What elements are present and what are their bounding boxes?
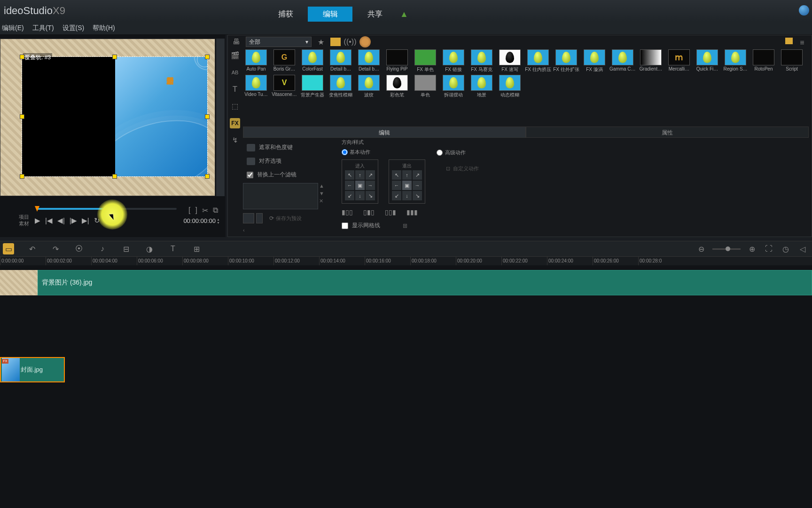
effect-item[interactable]: 彩色笔: [384, 75, 410, 98]
tab-capture[interactable]: 捕获: [263, 7, 308, 22]
effect-item[interactable]: Quick Fi…: [694, 49, 720, 73]
effect-item[interactable]: VVitascene…: [271, 75, 297, 98]
mask-icon[interactable]: [247, 144, 255, 151]
prev-frame-icon[interactable]: ◀|: [57, 216, 65, 225]
mark-in-icon[interactable]: [: [188, 206, 190, 215]
cut-icon[interactable]: ✂: [202, 206, 208, 215]
tab-share[interactable]: 共享: [352, 7, 397, 22]
record-icon[interactable]: ⦿: [73, 243, 85, 254]
effect-item[interactable]: 拆谐摆动: [440, 75, 467, 98]
menu-tools[interactable]: 工具(T): [32, 24, 54, 32]
radio-advanced[interactable]: 高级动作: [437, 149, 466, 156]
effect-item[interactable]: 波纹: [356, 75, 382, 98]
category-dropdown[interactable]: 全部▾: [246, 37, 312, 47]
swatch-1[interactable]: [243, 213, 254, 223]
effect-item[interactable]: 地景: [468, 75, 495, 98]
effect-item[interactable]: Flying PiP: [384, 49, 410, 73]
effect-item[interactable]: FX 往内挤压: [525, 49, 551, 73]
effect-item[interactable]: FX 马赛克: [468, 49, 495, 73]
next-frame-icon[interactable]: |▶: [70, 216, 77, 225]
sidebar-media-icon[interactable]: 🎬: [230, 50, 240, 61]
selection-box[interactable]: [22, 56, 208, 177]
prop-tab-attr[interactable]: 属性: [526, 127, 809, 138]
view-list-icon[interactable]: ≡: [796, 38, 808, 48]
zoom-slider[interactable]: [712, 248, 741, 250]
volume-icon[interactable]: 🔊: [105, 216, 114, 225]
globe-icon[interactable]: [799, 5, 809, 16]
chapter-icon[interactable]: ⊟: [120, 243, 132, 254]
effect-item[interactable]: FX 往外扩张: [553, 49, 579, 73]
sound-icon[interactable]: ((•)): [344, 37, 356, 47]
align-label[interactable]: 对齐选项: [259, 157, 281, 165]
list-down-icon[interactable]: ▼: [319, 190, 327, 196]
effect-item[interactable]: Detail b…: [328, 49, 354, 73]
effect-item[interactable]: Region S…: [722, 49, 749, 73]
undo-icon[interactable]: ↶: [26, 243, 38, 254]
effect-item[interactable]: ColorFast: [299, 49, 326, 73]
list-up-icon[interactable]: ▲: [319, 183, 327, 189]
favorite-icon[interactable]: ★: [315, 37, 327, 47]
preview-mode[interactable]: 项目 素材: [19, 214, 29, 227]
scrubber-track[interactable]: [37, 208, 177, 210]
effect-item[interactable]: 动态模糊: [497, 75, 523, 98]
effect-item[interactable]: Gamma Co…: [609, 49, 636, 73]
play-icon[interactable]: ▶: [35, 216, 40, 225]
preview-canvas[interactable]: 老萧摄影相册 覆叠轨. #3: [0, 39, 215, 196]
grid-icon[interactable]: ⊞: [191, 243, 202, 254]
effect-item[interactable]: 变焦性模糊: [328, 75, 354, 98]
sidebar-overlay-icon[interactable]: ⬚: [230, 101, 240, 111]
effect-item[interactable]: 单色: [412, 75, 438, 98]
mask-label[interactable]: 遮罩和色度键: [259, 143, 293, 151]
folder-icon[interactable]: [330, 38, 341, 46]
effect-item[interactable]: GBoris Gr…: [271, 49, 297, 73]
audio-icon[interactable]: ♪: [97, 243, 108, 254]
video-track-head[interactable]: [0, 270, 38, 295]
clip-cover[interactable]: FX 封面.jpg: [0, 357, 65, 382]
effect-item[interactable]: Detail b…: [356, 49, 382, 73]
prop-tab-edit[interactable]: 编辑: [243, 127, 526, 138]
start-icon[interactable]: |◀: [45, 216, 53, 225]
effect-item[interactable]: FX 链接: [440, 49, 467, 73]
effect-item[interactable]: FX 速写: [497, 49, 523, 73]
time-ruler[interactable]: 0:00:00:0000:00:02:0000:00:04:0000:00:06…: [0, 257, 812, 265]
effect-item[interactable]: Auto Pan: [243, 49, 269, 73]
fade1-icon[interactable]: ▮▯▯: [342, 208, 353, 216]
sidebar-text-icon[interactable]: T: [230, 84, 240, 95]
mark-out-icon[interactable]: ]: [195, 206, 197, 215]
effect-item[interactable]: Script: [779, 49, 805, 73]
effect-item[interactable]: RotoPen: [750, 49, 777, 73]
effect-item[interactable]: FX 漩涡: [581, 49, 608, 73]
sidebar-ab-icon[interactable]: AB: [230, 67, 240, 78]
swap-icon[interactable]: ⧉: [213, 206, 218, 215]
fade4-icon[interactable]: ▮▮▮: [406, 208, 418, 216]
storyboard-icon[interactable]: ▭: [3, 243, 14, 254]
radio-basic[interactable]: 基本动作: [342, 149, 370, 156]
upload-icon[interactable]: ▲: [397, 7, 411, 22]
effect-item[interactable]: Video Tu…: [243, 75, 269, 98]
preset-icon[interactable]: ⟳: [269, 215, 274, 222]
timecode[interactable]: 00:00:00:00▲▼: [183, 217, 220, 224]
scroll-left-icon[interactable]: ◁: [797, 243, 808, 254]
effect-item[interactable]: ⅿMercalli…: [666, 49, 692, 73]
replace-checkbox[interactable]: [247, 172, 253, 178]
menu-edit[interactable]: 编辑(E): [2, 24, 24, 32]
effect-item[interactable]: FX 单色: [412, 49, 438, 73]
sidebar-path-icon[interactable]: ↯: [230, 135, 240, 145]
effect-item[interactable]: Gradient…: [638, 49, 664, 73]
fade3-icon[interactable]: ▯▯▮: [385, 208, 396, 216]
zoom-out-icon[interactable]: ⊖: [695, 243, 707, 254]
sidebar-fx-icon[interactable]: FX: [230, 118, 240, 128]
menu-help[interactable]: 帮助(H): [93, 24, 115, 32]
sfx-icon[interactable]: [359, 36, 371, 48]
menu-settings[interactable]: 设置(S): [62, 24, 85, 32]
list-del-icon[interactable]: ✕: [319, 198, 327, 204]
swatch-dd[interactable]: [256, 213, 263, 223]
fit-icon[interactable]: ⛶: [763, 243, 774, 254]
loop-icon[interactable]: ↻: [94, 216, 100, 225]
clip-background[interactable]: 背景图片 (36).jpg: [38, 270, 812, 295]
fade2-icon[interactable]: ▯▮▯: [363, 208, 375, 216]
view-thumb-icon[interactable]: [785, 38, 793, 44]
zoom-in-icon[interactable]: ⊕: [746, 243, 757, 254]
filter-list[interactable]: [243, 183, 318, 209]
effect-item[interactable]: 背景产生器: [299, 75, 326, 98]
